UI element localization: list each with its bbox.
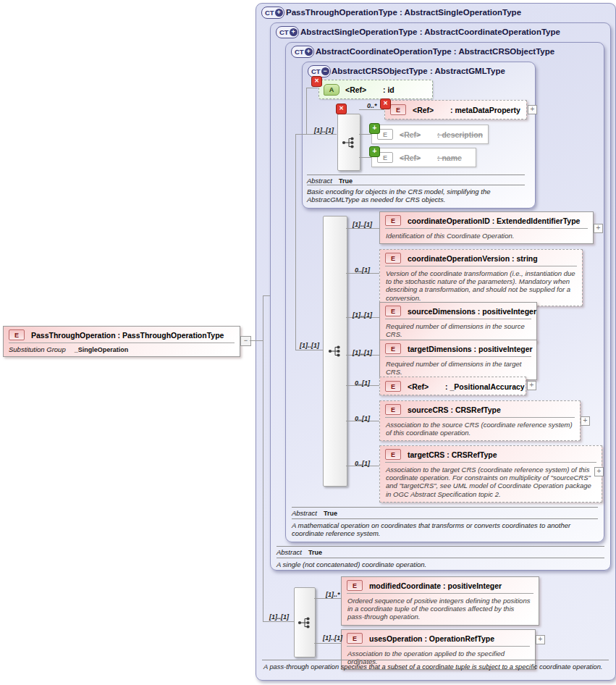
expand-button[interactable]: + <box>581 416 590 426</box>
element-coordinateOperationVersion[interactable]: EcoordinateOperationVersion : string Ver… <box>379 249 583 306</box>
complex-type-icon[interactable]: CT+ <box>276 26 299 38</box>
cardinality-label: [1]..[1] <box>269 613 289 621</box>
sequence-compositor[interactable] <box>337 114 360 171</box>
connector-line <box>295 350 323 350</box>
element-icon: E <box>385 343 401 354</box>
expand-button[interactable]: + <box>527 381 536 390</box>
divider <box>277 558 604 558</box>
abstract-label: Abstract <box>277 548 302 556</box>
type-annotation: A single (not concatenated) coordinate o… <box>277 560 601 568</box>
connector-line <box>306 88 307 134</box>
element-icon: E <box>347 580 363 591</box>
element-name: <Ref> <box>400 130 437 139</box>
element-name: coordinateOperationVersion <box>408 254 510 263</box>
ct-label: CT <box>311 67 321 75</box>
collapse-toggle[interactable]: − <box>240 336 251 346</box>
element-type: : CRSRefType <box>449 405 501 414</box>
type-AbstractCoordinateOperationType[interactable]: CT+ AbstractCoordinateOperationType : Ab… <box>285 42 604 542</box>
connector-line <box>359 109 384 110</box>
sequence-compositor[interactable] <box>323 216 347 487</box>
expand-button[interactable]: + <box>594 467 604 476</box>
element-icon: E <box>347 633 363 644</box>
element-name: targetDimensions <box>408 345 472 353</box>
element-modifiedCoordinate[interactable]: EmodifiedCoordinate : positiveInteger Or… <box>341 576 539 626</box>
element-name: PassThroughOperation <box>31 331 116 340</box>
collapse-toggle-icon[interactable]: − <box>321 67 329 75</box>
add-icon[interactable]: + <box>369 146 380 157</box>
type-AbstractSingleOperationType[interactable]: CT+ AbstractSingleOperationType : Abstra… <box>270 22 611 571</box>
element-annotation: Identification of this Coordinate Operat… <box>380 229 593 243</box>
element-icon: E <box>385 253 401 264</box>
element-metaDataProperty[interactable]: E <Ref>: metaDataProperty <box>384 100 527 119</box>
connector-line <box>263 295 263 621</box>
element-icon: E <box>385 449 401 460</box>
element-targetDimensions[interactable]: EtargetDimensions : positiveInteger Requ… <box>379 340 537 380</box>
element-description[interactable]: E <Ref>: description <box>371 125 489 144</box>
element-icon: E <box>390 104 406 115</box>
element-type: : positiveInteger <box>476 307 536 316</box>
element-PassThroughOperation[interactable]: E PassThroughOperation : PassThroughOper… <box>3 326 240 357</box>
connector-line <box>250 340 263 341</box>
connector-line <box>263 295 270 296</box>
element-type: : ExtendedIdentifierType <box>490 217 581 225</box>
cardinality-label: 0..[1] <box>355 379 370 387</box>
divider <box>292 507 598 508</box>
element-positionalAccuracy[interactable]: E<Ref>: _PositionalAccuracy <box>379 377 526 395</box>
divider <box>307 175 525 175</box>
xsd-diagram: E PassThroughOperation : PassThroughOper… <box>0 0 616 685</box>
remove-icon[interactable]: ✕ <box>336 104 347 114</box>
connector-line <box>359 157 371 158</box>
type-annotation: Basic encoding for objects in the CRS mo… <box>307 188 517 203</box>
add-icon[interactable]: + <box>369 123 380 134</box>
cardinality-label: [1]..* <box>326 591 340 598</box>
complex-type-icon[interactable]: CT+ <box>291 46 314 58</box>
element-annotation: Association to the target CRS (coordinat… <box>380 463 602 502</box>
type-PassThroughOperationType[interactable]: CT+ PassThroughOperationType : AbstractS… <box>256 3 616 681</box>
cardinality-label: [1]..[1] <box>314 127 334 134</box>
attribute-type: : id <box>383 85 395 94</box>
ct-label: CT <box>265 9 274 17</box>
element-type: : _PositionalAccuracy <box>445 382 525 391</box>
element-name: usesOperation <box>369 634 423 643</box>
expand-toggle-icon[interactable]: + <box>275 9 283 17</box>
cardinality-label: [1]..[1] <box>353 221 372 228</box>
element-sourceCRS[interactable]: EsourceCRS : CRSRefType Association to t… <box>379 400 581 441</box>
expand-toggle-icon[interactable]: + <box>290 28 298 36</box>
element-annotation: Association to the source CRS (coordinat… <box>380 418 580 440</box>
substitution-group-value: _SingleOperation <box>75 346 129 353</box>
element-type: : PassThroughOperationType <box>116 331 224 340</box>
connector-line <box>263 621 294 622</box>
element-name-ref[interactable]: E <Ref>: name <box>371 148 476 167</box>
element-coordinateOperationID[interactable]: EcoordinateOperationID : ExtendedIdentif… <box>379 211 594 244</box>
element-icon: E <box>385 381 401 392</box>
type-AbstractCRSObjectType[interactable]: CT− AbstractCRSObjectType : AbstractGMLT… <box>302 62 536 209</box>
element-type: : string <box>510 254 538 263</box>
element-icon: E <box>9 329 25 340</box>
ct-label: CT <box>279 28 289 36</box>
attribute-id[interactable]: A <Ref>: id <box>318 80 433 99</box>
substitution-group-label: Substitution Group <box>9 345 66 353</box>
complex-type-icon[interactable]: CT+ <box>261 7 284 19</box>
expand-button[interactable]: + <box>594 224 603 233</box>
divider <box>292 518 598 519</box>
element-name: coordinateOperationID <box>408 217 490 225</box>
element-targetCRS[interactable]: EtargetCRS : CRSRefType Association to t… <box>379 445 602 503</box>
expand-button[interactable]: + <box>536 635 545 644</box>
sequence-icon <box>297 615 313 630</box>
abstract-value: True <box>339 177 353 185</box>
cardinality-label: 0..* <box>367 102 377 109</box>
expand-button[interactable]: + <box>528 105 537 114</box>
abstract-value: True <box>308 549 322 556</box>
sequence-compositor[interactable] <box>294 587 316 657</box>
sequence-icon <box>341 135 357 150</box>
element-annotation: Ordered sequence of positive integers de… <box>342 594 539 625</box>
cardinality-label: 0..[1] <box>355 460 370 467</box>
element-sourceDimensions[interactable]: EsourceDimensions : positiveInteger Requ… <box>379 302 537 342</box>
type-title: AbstractSingleOperationType : AbstractCo… <box>300 28 560 36</box>
remove-icon[interactable]: ✕ <box>311 76 322 87</box>
element-type: : description <box>437 130 483 139</box>
attribute-name: <Ref> <box>345 85 383 94</box>
remove-icon[interactable]: ✕ <box>380 98 391 109</box>
expand-toggle-icon[interactable]: + <box>305 48 313 56</box>
abstract-label: Abstract <box>292 509 317 517</box>
